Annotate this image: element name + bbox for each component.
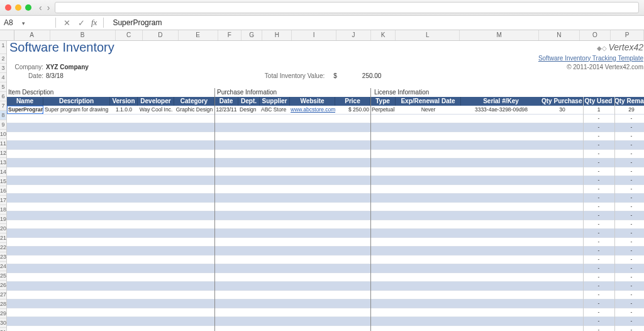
cell-empty[interactable] xyxy=(396,185,461,193)
cell-empty[interactable] xyxy=(174,150,214,158)
cell-empty[interactable] xyxy=(461,194,541,202)
cell-empty[interactable] xyxy=(174,317,214,325)
col-header[interactable]: F xyxy=(218,30,242,40)
cell-developer[interactable]: Way Cool Inc. xyxy=(138,106,174,114)
cell-empty[interactable] xyxy=(238,141,260,149)
cell-empty[interactable] xyxy=(260,300,290,308)
cell-empty[interactable]: - xyxy=(614,300,644,308)
row-header[interactable]: 12 xyxy=(0,149,6,158)
cell-empty[interactable] xyxy=(214,282,238,290)
cell-empty[interactable] xyxy=(260,273,290,281)
cell-empty[interactable] xyxy=(461,282,541,290)
cell-empty[interactable] xyxy=(260,176,290,184)
cell-empty[interactable] xyxy=(43,150,110,158)
cell-empty[interactable] xyxy=(260,220,290,228)
cell-empty[interactable] xyxy=(214,291,238,299)
cell-empty[interactable] xyxy=(238,159,260,167)
row-header[interactable]: 9 xyxy=(0,120,6,130)
cell-empty[interactable] xyxy=(541,185,583,193)
cell-empty[interactable] xyxy=(290,264,335,272)
cell-empty[interactable] xyxy=(290,308,335,317)
cell-empty[interactable] xyxy=(541,308,583,317)
cell-empty[interactable] xyxy=(461,238,541,246)
cell-empty[interactable] xyxy=(541,167,583,176)
cell-empty[interactable] xyxy=(290,229,335,237)
cell-empty[interactable] xyxy=(541,115,583,123)
cell-empty[interactable] xyxy=(110,194,138,202)
cell-empty[interactable] xyxy=(541,141,583,149)
cell-empty[interactable] xyxy=(7,220,43,228)
cell-empty[interactable] xyxy=(541,300,583,308)
cell-empty[interactable] xyxy=(461,115,541,123)
cell-empty[interactable] xyxy=(335,264,370,272)
cell-empty[interactable] xyxy=(110,123,138,132)
cell-empty[interactable] xyxy=(396,282,461,290)
cell-empty[interactable] xyxy=(335,159,370,167)
cell-empty[interactable] xyxy=(396,159,461,167)
cell-empty[interactable] xyxy=(260,185,290,193)
cell-empty[interactable] xyxy=(138,238,174,246)
cell-empty[interactable] xyxy=(370,238,396,246)
cell-empty[interactable] xyxy=(110,185,138,193)
row-header[interactable]: 8 xyxy=(0,111,6,120)
cell-empty[interactable] xyxy=(396,229,461,237)
cell-empty[interactable] xyxy=(396,150,461,158)
cell-empty[interactable] xyxy=(290,317,335,325)
cell-empty[interactable] xyxy=(43,238,110,246)
cell-empty[interactable] xyxy=(396,211,461,220)
cell-empty[interactable] xyxy=(238,317,260,325)
cell-empty[interactable] xyxy=(214,211,238,220)
cell-empty[interactable] xyxy=(138,132,174,140)
cell-empty[interactable]: - xyxy=(583,247,614,255)
col-header[interactable]: K xyxy=(371,30,396,40)
cell-empty[interactable] xyxy=(174,141,214,149)
th-date[interactable]: Date xyxy=(214,97,238,106)
cell-empty[interactable] xyxy=(461,132,541,140)
cell-empty[interactable] xyxy=(290,185,335,193)
cell-empty[interactable] xyxy=(335,185,370,193)
cell-empty[interactable] xyxy=(370,229,396,237)
cell-empty[interactable] xyxy=(541,194,583,202)
cell-empty[interactable] xyxy=(214,247,238,255)
row-header[interactable]: 20 xyxy=(0,224,6,233)
cell-empty[interactable] xyxy=(138,264,174,272)
cell-empty[interactable] xyxy=(43,159,110,167)
cell-qty-purchased[interactable]: 30 xyxy=(541,106,583,114)
cell-website-link[interactable]: www.abcstore.com xyxy=(290,106,335,114)
cell-empty[interactable] xyxy=(7,132,43,140)
cell-empty[interactable] xyxy=(43,317,110,325)
row-header[interactable]: 2 xyxy=(0,54,6,64)
cell-empty[interactable] xyxy=(290,211,335,220)
cell-empty[interactable] xyxy=(7,167,43,176)
cell-empty[interactable]: - xyxy=(614,291,644,299)
col-header[interactable]: C xyxy=(116,30,143,40)
cell-empty[interactable]: - xyxy=(583,291,614,299)
cell-empty[interactable] xyxy=(174,255,214,264)
cell-empty[interactable] xyxy=(238,167,260,176)
cell-empty[interactable] xyxy=(110,203,138,211)
cell-empty[interactable] xyxy=(214,326,238,331)
cell-empty[interactable]: - xyxy=(614,238,644,246)
cell-empty[interactable] xyxy=(110,238,138,246)
cell-empty[interactable] xyxy=(335,123,370,132)
cell-empty[interactable] xyxy=(396,132,461,140)
cell-empty[interactable] xyxy=(541,255,583,264)
cell-empty[interactable] xyxy=(461,229,541,237)
cell-empty[interactable]: - xyxy=(583,141,614,149)
col-header[interactable]: D xyxy=(143,30,179,40)
cell-empty[interactable] xyxy=(138,185,174,193)
cell-empty[interactable] xyxy=(541,326,583,331)
cell-supplier[interactable]: ABC Store xyxy=(260,106,290,114)
cell-empty[interactable] xyxy=(174,326,214,331)
back-icon[interactable]: ‹ xyxy=(39,3,42,13)
cell-empty[interactable] xyxy=(7,264,43,272)
cell-empty[interactable] xyxy=(335,220,370,228)
cell-empty[interactable] xyxy=(7,229,43,237)
cell-empty[interactable] xyxy=(238,238,260,246)
cell-empty[interactable] xyxy=(43,141,110,149)
cell-empty[interactable] xyxy=(110,211,138,220)
cell-empty[interactable] xyxy=(260,326,290,331)
cell-empty[interactable] xyxy=(7,211,43,220)
cell-empty[interactable] xyxy=(370,159,396,167)
cell-empty[interactable] xyxy=(396,300,461,308)
